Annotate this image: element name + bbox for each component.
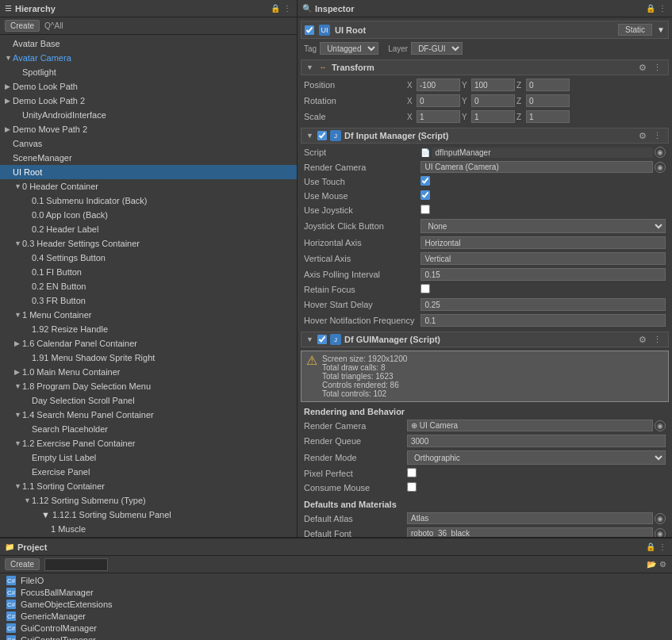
hierarchy-item-unity-android[interactable]: UnityAndroidInterface xyxy=(0,108,297,122)
hierarchy-item-sorting-submenu-type[interactable]: ▼1.12 Sorting Submenu (Type) xyxy=(0,493,297,508)
default-font-field[interactable]: roboto_36_black xyxy=(407,527,653,537)
transform-menu-btn[interactable]: ⋮ xyxy=(651,63,663,73)
joystick-click-select[interactable]: None xyxy=(420,219,666,233)
hierarchy-item-demo-look-path-2[interactable]: ▶Demo Look Path 2 xyxy=(0,94,297,108)
scale-z-input[interactable] xyxy=(526,110,570,123)
transform-section-header[interactable]: ▼ ↔ Transform ⚙ ⋮ xyxy=(301,59,669,75)
hierarchy-item-fr-btn[interactable]: 0.3 FR Button xyxy=(0,293,297,308)
inspector-lock-btn[interactable]: 🔒 xyxy=(645,4,656,13)
hover-notif-input[interactable] xyxy=(420,314,666,327)
pos-y-input[interactable] xyxy=(471,79,515,91)
hierarchy-item-menu-shadow[interactable]: 1.91 Menu Shadow Sprite Right xyxy=(0,351,297,365)
hierarchy-item-settings-btn[interactable]: 0.4 Settings Button xyxy=(0,251,297,265)
inspector-menu-btn[interactable]: ⋮ xyxy=(658,4,667,13)
hierarchy-lock-btn[interactable]: 🔒 xyxy=(270,4,281,13)
input-manager-settings-btn[interactable]: ⚙ xyxy=(637,131,648,141)
consume-mouse-checkbox[interactable] xyxy=(407,482,417,492)
pos-z-input[interactable] xyxy=(526,79,570,91)
render-queue-input[interactable] xyxy=(407,435,666,447)
rot-y-input[interactable] xyxy=(471,94,515,107)
project-settings-btn[interactable]: ⚙ xyxy=(659,560,667,569)
hierarchy-item-resize-handle[interactable]: 1.92 Resize Handle xyxy=(0,322,297,336)
default-atlas-select-btn[interactable]: ◉ xyxy=(655,513,666,524)
hierarchy-item-sorting-submenu-panel[interactable]: ▼ 1.12.1 Sorting Submenu Panel xyxy=(0,508,297,522)
hierarchy-item-header-label[interactable]: 0.2 Header Label xyxy=(0,222,297,236)
project-menu-btn[interactable]: ⋮ xyxy=(658,542,667,551)
gui-manager-menu-btn[interactable]: ⋮ xyxy=(651,335,663,345)
retain-focus-checkbox[interactable] xyxy=(420,284,430,293)
hierarchy-item-menu-container[interactable]: ▼1 Menu Container xyxy=(0,308,297,322)
use-joystick-checkbox[interactable] xyxy=(420,205,430,214)
hierarchy-item-muscle[interactable]: 1 Muscle xyxy=(0,522,297,536)
gui-manager-settings-btn[interactable]: ⚙ xyxy=(637,335,648,345)
default-atlas-field[interactable]: Atlas xyxy=(407,512,653,524)
hierarchy-item-demo-move[interactable]: ▶Demo Move Path 2 xyxy=(0,122,297,136)
script-select-btn[interactable]: ◉ xyxy=(655,147,666,158)
transform-settings-btn[interactable]: ⚙ xyxy=(637,63,648,73)
hierarchy-item-ui-root[interactable]: UI Root xyxy=(0,165,297,179)
project-file-guicontrolmanager[interactable]: C#GuiControlManager xyxy=(5,623,667,634)
hierarchy-item-en-btn[interactable]: 0.2 EN Button xyxy=(0,279,297,293)
hierarchy-item-exercise-panel-container[interactable]: ▼1.2 Exercise Panel Container xyxy=(0,436,297,450)
gui-render-camera-select-btn[interactable]: ◉ xyxy=(655,420,666,431)
use-touch-checkbox[interactable] xyxy=(420,176,430,186)
use-mouse-checkbox[interactable] xyxy=(420,190,430,200)
hierarchy-item-search-placeholder[interactable]: Search Placeholder xyxy=(0,422,297,436)
object-active-checkbox[interactable] xyxy=(305,25,314,35)
input-manager-section-header[interactable]: ▼ J Df Input Manager (Script) ⚙ ⋮ xyxy=(301,128,669,144)
hierarchy-item-sorting-container[interactable]: ▼1.1 Sorting Container xyxy=(0,479,297,493)
hierarchy-item-submenu-indicator[interactable]: 0.1 Submenu Indicator (Back) xyxy=(0,194,297,208)
hierarchy-item-scene-manager[interactable]: SceneManager xyxy=(0,151,297,165)
hierarchy-menu-btn[interactable]: ⋮ xyxy=(282,4,292,13)
rot-z-input[interactable] xyxy=(526,94,570,107)
pixel-perfect-checkbox[interactable] xyxy=(407,468,417,477)
layer-select[interactable]: DF-GUI xyxy=(411,42,463,55)
vert-axis-input[interactable] xyxy=(420,252,666,265)
axis-polling-input[interactable] xyxy=(420,268,666,281)
tag-select[interactable]: Untagged xyxy=(320,42,378,55)
project-file-focusballmanager[interactable]: C#FocusBallManager xyxy=(5,587,667,598)
static-dropdown-arrow[interactable]: ▼ xyxy=(657,25,665,34)
hierarchy-item-search-menu[interactable]: ▼1.4 Search Menu Panel Container xyxy=(0,408,297,422)
scale-y-input[interactable] xyxy=(471,110,515,123)
hierarchy-item-avatar-camera[interactable]: ▼Avatar Camera xyxy=(0,51,297,65)
gui-render-camera-field[interactable]: ⊕ UI Camera xyxy=(407,420,653,431)
rot-x-input[interactable] xyxy=(417,94,460,107)
hierarchy-create-button[interactable]: Create xyxy=(5,20,40,32)
project-search-input[interactable] xyxy=(44,558,108,571)
hierarchy-item-avatar-base[interactable]: Avatar Base xyxy=(0,36,297,51)
hierarchy-item-app-icon-back[interactable]: 0.0 App Icon (Back) xyxy=(0,208,297,222)
hierarchy-item-exercise-panel[interactable]: Exercise Panel xyxy=(0,465,297,479)
gui-manager-section-header[interactable]: ▼ J Df GUIManager (Script) ⚙ ⋮ xyxy=(301,331,669,347)
hierarchy-item-main-menu[interactable]: ▶1.0 Main Menu Container xyxy=(0,365,297,379)
hierarchy-item-calendar-panel[interactable]: ▶1.6 Calendar Panel Container xyxy=(0,336,297,351)
hierarchy-item-empty-list-label[interactable]: Empty List Label xyxy=(0,450,297,465)
render-camera-select-btn[interactable]: ◉ xyxy=(655,162,666,173)
render-mode-select[interactable]: Orthographic xyxy=(407,450,666,465)
hierarchy-item-header-settings[interactable]: ▼0.3 Header Settings Container xyxy=(0,236,297,251)
gui-manager-enable-checkbox[interactable] xyxy=(317,335,327,344)
scale-x-input[interactable] xyxy=(417,110,460,123)
static-button[interactable]: Static xyxy=(618,24,652,36)
project-folder-btn[interactable]: 📂 xyxy=(646,560,657,569)
hierarchy-item-day-selection-scroll[interactable]: Day Selection Scroll Panel xyxy=(0,393,297,408)
hierarchy-item-spotlight[interactable]: Spotlight xyxy=(0,65,297,79)
hierarchy-item-canvas[interactable]: Canvas xyxy=(0,136,297,151)
project-file-gameobjectextensions[interactable]: C#GameObjectExtensions xyxy=(5,599,667,610)
hierarchy-item-demo-look-path[interactable]: ▶Demo Look Path xyxy=(0,79,297,94)
pos-x-input[interactable] xyxy=(417,79,460,91)
project-file-genericmanager[interactable]: C#GenericManager xyxy=(5,611,667,622)
project-create-button[interactable]: Create xyxy=(5,558,40,570)
input-manager-menu-btn[interactable]: ⋮ xyxy=(651,131,663,141)
default-font-select-btn[interactable]: ◉ xyxy=(655,528,666,538)
project-lock-btn[interactable]: 🔒 xyxy=(645,542,656,551)
hierarchy-item-program-day[interactable]: ▼1.8 Program Day Selection Menu xyxy=(0,379,297,393)
input-manager-enable-checkbox[interactable] xyxy=(317,131,327,140)
project-file-guicontroltweener[interactable]: C#GuiControlTweener xyxy=(5,634,667,640)
hover-start-input[interactable] xyxy=(420,298,666,311)
hierarchy-item-header-container[interactable]: ▼0 Header Container xyxy=(0,179,297,194)
render-camera-field[interactable]: UI Camera (Camera) xyxy=(420,161,653,173)
project-file-fileio[interactable]: C#FileIO xyxy=(5,575,667,586)
hierarchy-item-fi-btn[interactable]: 0.1 FI Button xyxy=(0,265,297,279)
horiz-axis-input[interactable] xyxy=(420,236,666,249)
